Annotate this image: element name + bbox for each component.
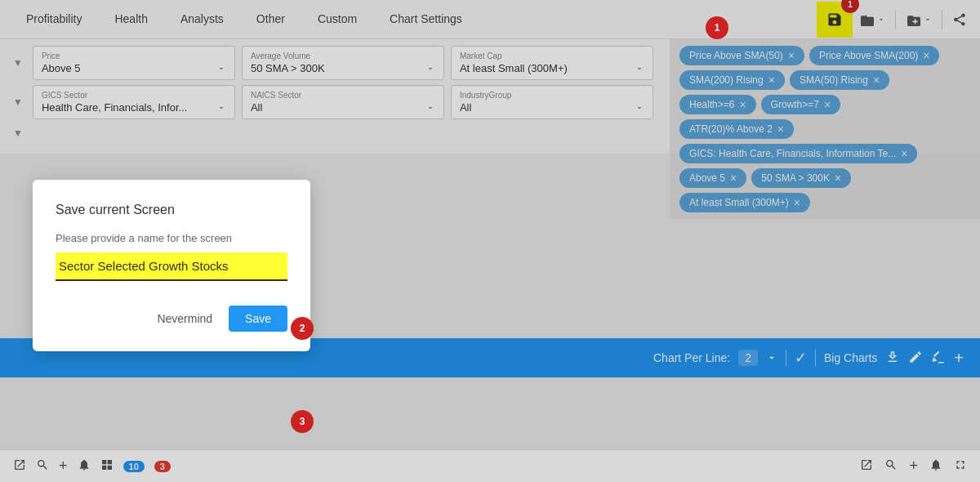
modal-title: Save current Screen <box>56 203 287 217</box>
modal-actions: Nevermind Save <box>56 306 287 332</box>
step-badge-1: 1 <box>706 16 728 39</box>
nevermind-button[interactable]: Nevermind <box>147 306 222 332</box>
save-screen-modal: Save current Screen Please provide a nam… <box>33 180 310 351</box>
screen-name-input[interactable] <box>56 252 287 281</box>
step-badge-2: 2 <box>291 317 314 340</box>
step-badge-3: 3 <box>291 410 314 433</box>
modal-label: Please provide a name for the screen <box>56 232 287 244</box>
modal-overlay: Save current Screen Please provide a nam… <box>0 0 980 482</box>
modal-save-button[interactable]: Save <box>229 306 287 332</box>
